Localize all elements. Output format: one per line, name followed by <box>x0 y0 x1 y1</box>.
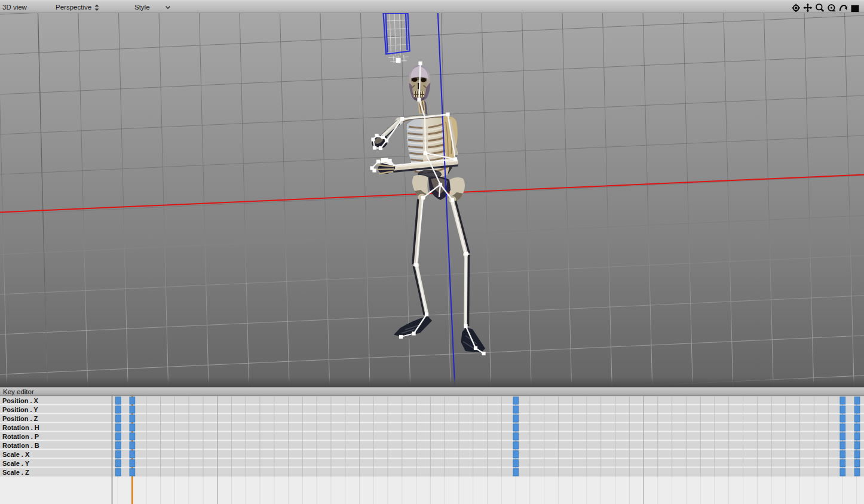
svg-text:Key editor: Key editor <box>3 388 34 395</box>
svg-text:Position . X: Position . X <box>2 397 39 404</box>
svg-text:Scale . X: Scale . X <box>2 451 30 458</box>
svg-text:Rotation . P: Rotation . P <box>2 433 39 440</box>
svg-text:Scale . Y: Scale . Y <box>2 460 30 467</box>
svg-text:Style: Style <box>134 4 150 11</box>
svg-text:Position . Z: Position . Z <box>2 415 38 422</box>
svg-text:Position . Y: Position . Y <box>2 406 38 413</box>
svg-text:3D view: 3D view <box>2 4 27 11</box>
svg-text:Scale . Z: Scale . Z <box>2 469 29 476</box>
svg-text:Perspective: Perspective <box>56 4 91 11</box>
svg-text:Rotation . H: Rotation . H <box>2 424 39 431</box>
svg-text:Rotation . B: Rotation . B <box>2 442 39 449</box>
